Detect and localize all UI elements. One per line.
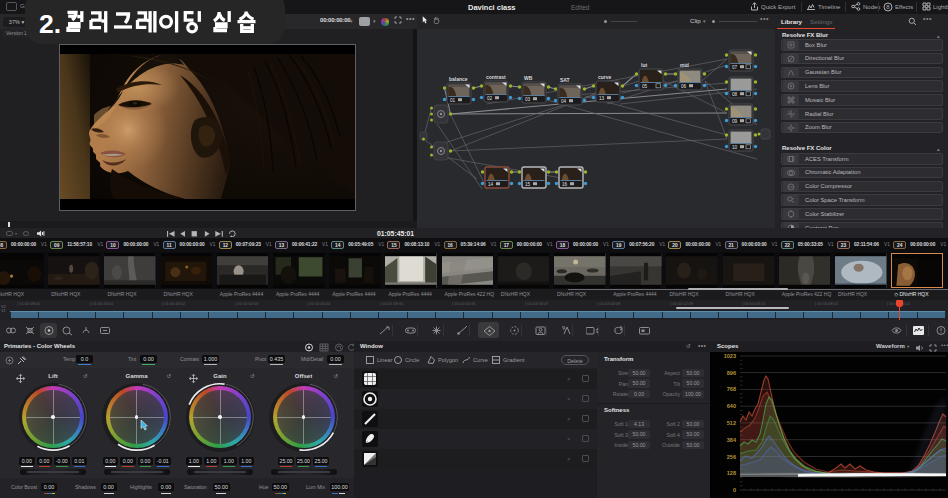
svg-text:896: 896 — [727, 370, 736, 376]
svg-text:balance: balance — [449, 76, 468, 82]
svg-text:512: 512 — [727, 420, 736, 426]
svg-text:lut: lut — [641, 62, 647, 68]
svg-text:384: 384 — [727, 437, 737, 443]
svg-text:09: 09 — [732, 119, 738, 124]
svg-text:07: 07 — [732, 65, 738, 70]
svg-text:contrast: contrast — [486, 74, 506, 80]
svg-text:2.: 2. — [39, 9, 61, 39]
svg-text:02: 02 — [487, 96, 493, 101]
svg-text:03: 03 — [525, 97, 531, 102]
svg-text:256: 256 — [727, 454, 736, 460]
svg-text:05: 05 — [642, 84, 648, 89]
svg-text:01: 01 — [450, 98, 456, 103]
svg-text:0: 0 — [733, 487, 736, 493]
svg-text:768: 768 — [727, 386, 736, 392]
svg-text:16: 16 — [562, 182, 568, 187]
svg-text:04: 04 — [561, 99, 567, 104]
svg-text:08: 08 — [732, 92, 738, 97]
svg-text:15: 15 — [525, 182, 531, 187]
svg-text:128: 128 — [727, 470, 736, 476]
svg-text:640: 640 — [727, 403, 736, 409]
svg-text:13: 13 — [599, 96, 605, 101]
svg-text:8: 8 — [886, 4, 890, 10]
svg-text:10: 10 — [732, 145, 738, 150]
svg-text:curve: curve — [598, 74, 612, 80]
svg-text:mid: mid — [680, 62, 689, 68]
svg-text:14: 14 — [488, 182, 494, 187]
svg-text:SAT: SAT — [560, 77, 570, 83]
svg-text:1023: 1023 — [724, 353, 736, 359]
svg-text:06: 06 — [681, 84, 687, 89]
svg-text:WB: WB — [524, 75, 533, 81]
